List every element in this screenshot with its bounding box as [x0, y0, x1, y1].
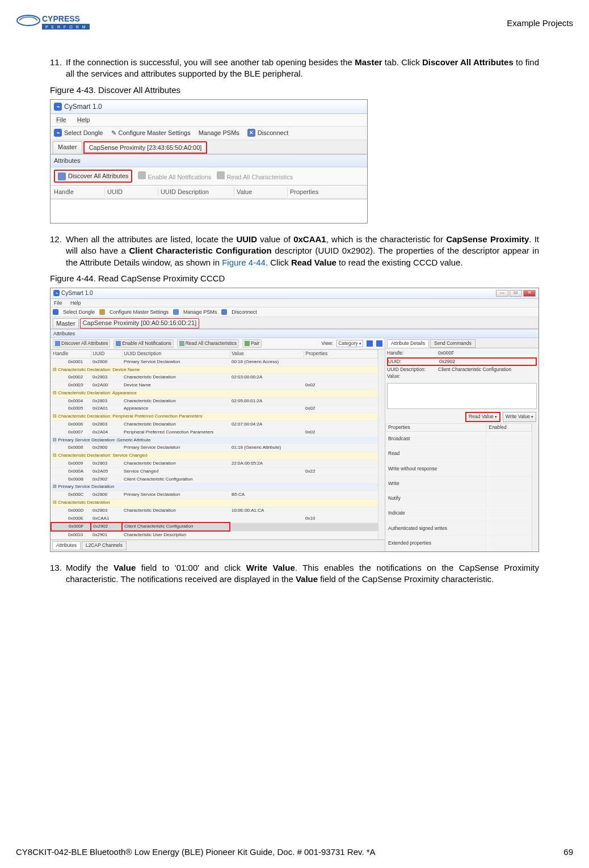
- table-row[interactable]: 0x00020x2803Characteristic Declaration02…: [51, 374, 378, 382]
- configure-master-button[interactable]: Configure Master Settings: [110, 309, 169, 315]
- toolbar: Select Dongle Configure Master Settings …: [51, 307, 538, 317]
- page-footer: CY8CKIT-042-BLE Bluetooth® Low Energy (B…: [16, 847, 573, 857]
- disconnect-button[interactable]: ✕Disconnect: [247, 129, 288, 137]
- pair-icon: [245, 341, 250, 346]
- value-textarea[interactable]: [387, 383, 537, 409]
- manage-psms-button[interactable]: Manage PSMs: [183, 309, 217, 315]
- detail-desc-label: UUID Description:: [387, 366, 438, 373]
- menu-help[interactable]: Help: [70, 300, 81, 306]
- configure-master-button[interactable]: ✎Configure Master Settings: [111, 129, 191, 137]
- disconnect-button[interactable]: Disconnect: [232, 309, 257, 315]
- table-row[interactable]: ⊟ Characteristic Declaration: [51, 499, 378, 507]
- tab-master[interactable]: Master: [53, 141, 82, 154]
- tab-device[interactable]: CapSense Proximity [23:43:65:50:A0:00]: [83, 141, 208, 154]
- table-row[interactable]: 0x000D0x2803Characteristic Declaration10…: [51, 507, 378, 515]
- maximize-button[interactable]: ▭: [510, 290, 522, 297]
- menu-help[interactable]: Help: [77, 116, 90, 123]
- table-row[interactable]: ⊟ Characteristic Declaration: Peripheral…: [51, 413, 378, 421]
- scrollbar[interactable]: [532, 423, 538, 551]
- menu-file[interactable]: File: [54, 300, 62, 306]
- window-title: CySmart 1.0: [61, 289, 93, 297]
- menu-bar[interactable]: File Help: [51, 299, 538, 307]
- tab-l2cap[interactable]: L2CAP Channels: [82, 541, 127, 550]
- wand-icon: ✎: [111, 129, 116, 137]
- figure-4-43-caption: Figure 4-43. Discover All Attributes: [50, 85, 539, 96]
- tab-bar: Master CapSense Proximity [23:43:65:50:A…: [51, 140, 367, 155]
- table-row[interactable]: 0x00050x2A01Appearance0x02: [51, 405, 378, 413]
- view-select[interactable]: Category ▾: [336, 340, 363, 347]
- detail-uuid-label: UUID:: [388, 359, 439, 365]
- table-row[interactable]: ⊟ Characteristic Declaration: Service Ch…: [51, 452, 378, 460]
- table-row[interactable]: ⊟ Primary Service Declaration: [51, 483, 378, 491]
- read-all-button[interactable]: Read All Characteristics: [217, 171, 293, 182]
- footer-page-number: 69: [563, 847, 573, 857]
- close-button[interactable]: ✕: [523, 290, 536, 297]
- toolbar: ⌁Select Dongle ✎Configure Master Setting…: [51, 127, 367, 140]
- view-label: View:: [321, 340, 333, 347]
- property-row: Notify: [386, 491, 532, 506]
- tab-attributes[interactable]: Attributes: [52, 541, 81, 550]
- col-value: Value: [230, 350, 304, 358]
- menu-file[interactable]: File: [56, 116, 66, 123]
- window-titlebar: ⌁ CySmart 1.0: [51, 100, 367, 114]
- read-icon: [179, 341, 184, 346]
- discover-icon: [58, 172, 66, 180]
- manage-psms-button[interactable]: Manage PSMs: [199, 129, 239, 137]
- properties-table: PropertiesEnabled BroadcastReadWrite wit…: [385, 423, 532, 551]
- select-dongle-button[interactable]: ⌁Select Dongle: [54, 129, 103, 137]
- table-row[interactable]: 0x00090x2803Characteristic Declaration22…: [51, 460, 378, 468]
- expand-icon[interactable]: [367, 340, 373, 347]
- attributes-table[interactable]: Handle UUID UUID Description Value Prope…: [51, 349, 378, 540]
- step-12-num: 12.: [50, 234, 66, 268]
- write-value-button[interactable]: Write Value▾: [503, 412, 536, 422]
- psm-icon: [173, 309, 179, 315]
- table-row[interactable]: 0x00030x2A00Device Name0x02: [51, 382, 378, 390]
- detail-handle-label: Handle:: [387, 350, 438, 356]
- discover-all-attributes-button[interactable]: Discover All Attributes: [53, 339, 110, 348]
- window-title: CySmart 1.0: [64, 102, 102, 111]
- property-row: Broadcast: [386, 432, 532, 446]
- table-row[interactable]: 0x000E0xCAA10x10: [51, 515, 378, 523]
- select-dongle-button[interactable]: Select Dongle: [63, 309, 95, 315]
- table-row[interactable]: 0x00080x2800Primary Service Declaration0…: [51, 444, 378, 452]
- table-row[interactable]: 0x00040x2803Characteristic Declaration02…: [51, 397, 378, 405]
- menu-bar[interactable]: File Help: [51, 114, 367, 127]
- table-row[interactable]: 0x000F0x2902Client Characteristic Config…: [51, 523, 378, 531]
- col-handle: Handle: [51, 350, 91, 358]
- tab-device[interactable]: CapSense Proximity [00:A0:50:16:0D:21]: [80, 318, 200, 328]
- enable-notifications-button[interactable]: Enable All Notifications: [138, 171, 211, 182]
- collapse-icon[interactable]: [376, 340, 382, 347]
- col-enabled: Enabled: [486, 423, 532, 431]
- discover-icon: [55, 341, 60, 346]
- table-row[interactable]: 0x000B0x2902Client Characteristic Config…: [51, 475, 378, 483]
- table-row[interactable]: 0x00060x2803Characteristic Declaration02…: [51, 421, 378, 429]
- col-handle: Handle: [54, 188, 105, 196]
- attributes-section: Attributes: [51, 329, 538, 338]
- bluetooth-icon: ⌁: [54, 129, 62, 137]
- table-row[interactable]: 0x000C0x2800Primary Service DeclarationB…: [51, 491, 378, 499]
- discover-all-attributes-button[interactable]: Discover All Attributes: [54, 170, 132, 183]
- bell-icon: [116, 341, 121, 346]
- table-row[interactable]: ⊟ Characteristic Declaration: Device Nam…: [51, 366, 378, 374]
- bluetooth-icon: ⌁: [53, 290, 60, 296]
- table-row[interactable]: 0x000A0x2A05Service Changed0x22: [51, 467, 378, 475]
- step11-a: If the connection is successful, you wil…: [66, 57, 355, 67]
- read-all-button[interactable]: Read All Characteristics: [177, 339, 239, 348]
- tab-master[interactable]: Master: [53, 318, 79, 328]
- table-row[interactable]: ⊟ Primary Service Declaration: Generic A…: [51, 436, 378, 444]
- enable-notifications-button[interactable]: Enable All Notifications: [113, 339, 173, 348]
- table-row[interactable]: 0x00010x2800Primary Service Declaration0…: [51, 358, 378, 366]
- table-row[interactable]: 0x00070x2A04Peripheral Preferred Connect…: [51, 428, 378, 436]
- figure-4-44-link[interactable]: Figure 4-44: [222, 258, 266, 267]
- bell-icon: [138, 171, 146, 179]
- attributes-section: Attributes: [51, 154, 367, 167]
- table-row[interactable]: 0x00100x2901Characteristic User Descript…: [51, 531, 378, 539]
- read-value-button[interactable]: Read Value▾: [465, 412, 500, 422]
- scrollbar[interactable]: [378, 349, 385, 540]
- col-prop: Properties: [386, 423, 486, 431]
- pair-button[interactable]: Pair: [242, 339, 262, 348]
- tab-send-commands[interactable]: Send Commands: [430, 339, 476, 348]
- tab-attribute-details[interactable]: Attribute Details: [387, 339, 429, 348]
- table-row[interactable]: ⊟ Characteristic Declaration: Appearance: [51, 389, 378, 397]
- minimize-button[interactable]: —: [496, 290, 508, 297]
